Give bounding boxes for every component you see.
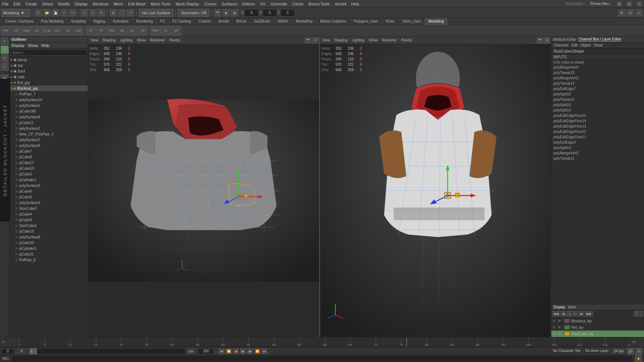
vp-left-show-menu[interactable]: Show: [135, 38, 147, 43]
vp-right-panels-menu[interactable]: Panels: [399, 38, 414, 43]
tree-item[interactable]: ▷ pCylinder1: [9, 177, 88, 183]
tree-item[interactable]: ▷ pCube5: [9, 194, 88, 200]
tree-item[interactable]: ▷ polySurface8: [9, 234, 88, 240]
channel-item[interactable]: polySplit16: [551, 91, 644, 97]
menu-arnold[interactable]: Arnold: [335, 2, 346, 6]
menu-display[interactable]: Display: [75, 2, 88, 6]
menu-modify[interactable]: Modify: [58, 2, 69, 6]
workspace-selector[interactable]: Modeling ▼: [1, 9, 30, 17]
menu-mesh-tools[interactable]: Mesh Tools: [151, 2, 170, 6]
shelf-icon-he[interactable]: HE: [138, 26, 148, 36]
vp-left-settings-icon[interactable]: ⚙: [312, 37, 318, 44]
timeline-area[interactable]: 76 0510152025303540455055606570758085909…: [0, 337, 644, 347]
channel-item[interactable]: polyEditEdgeFlow13: [551, 124, 644, 129]
symmetry-btn[interactable]: Symmetry: Off: [178, 9, 209, 17]
channel-item[interactable]: polyMergeVert2: [551, 150, 644, 156]
menu-mesh[interactable]: Mesh: [113, 2, 123, 6]
tree-item[interactable]: ▷ pCube17: [9, 160, 88, 165]
shelf-tab-mash[interactable]: MASH: [274, 18, 292, 25]
close-icon[interactable]: ✕: [637, 1, 642, 6]
shelf-icon-es[interactable]: ES: [32, 26, 42, 36]
end-time-field[interactable]: [198, 348, 214, 354]
shelf-tab-modelling[interactable]: Modelling: [425, 18, 448, 25]
shelf-tab-gozbrush[interactable]: GoZBrush: [250, 18, 274, 25]
tree-item[interactable]: ▷ PolPipe_7: [9, 91, 88, 97]
attrib-editor-tab[interactable]: Attribute Editor: [553, 38, 576, 41]
menu-cache[interactable]: Cache: [292, 2, 303, 6]
vp-left-camera-icon[interactable]: 📷: [305, 37, 311, 44]
redo-icon[interactable]: ↪: [69, 9, 76, 16]
play-skip-start-btn[interactable]: ⏮: [219, 348, 224, 354]
tree-item[interactable]: ▷ pCube3: [9, 217, 88, 223]
tree-item[interactable]: ▷ pCube3: [9, 171, 88, 177]
menu-mesh-display[interactable]: Mesh Display: [176, 2, 199, 6]
channel-item[interactable]: polyMergeVert4: [551, 65, 644, 70]
layer-color-swatch[interactable]: [564, 319, 570, 323]
menu-file[interactable]: File: [2, 2, 9, 6]
tree-item[interactable]: ▷ New_CP_PolyPipe_1: [9, 131, 88, 137]
shelf-tab-rendering[interactable]: Rendering: [133, 18, 157, 25]
menu-bonus-tools[interactable]: Bonus Tools: [308, 2, 330, 6]
vp-right-shading-menu[interactable]: Shading: [333, 38, 350, 43]
play-back-btn[interactable]: ⏪: [226, 348, 231, 354]
channel-item[interactable]: polyEditEdgeFlow12: [551, 129, 644, 134]
workspace-dropdown[interactable]: Florian Neu...: [590, 2, 612, 6]
undo-icon[interactable]: ↩: [60, 9, 68, 16]
vp-left-lighting-menu[interactable]: Lighting: [118, 38, 134, 43]
shelf-icon-rt[interactable]: RT: [96, 26, 106, 36]
tree-item[interactable]: ▷ PolPipe_6: [9, 257, 88, 263]
edit-menu[interactable]: Edit: [571, 43, 577, 47]
shelf-tab-bifrost[interactable]: Bifrost: [233, 18, 250, 25]
tree-item[interactable]: ▶ ▣ front: [9, 68, 88, 74]
tree-item[interactable]: ▷ pCube10: [9, 165, 88, 171]
shelf-icon-sp[interactable]: SP: [11, 26, 21, 36]
save-scene-icon[interactable]: 💾: [52, 9, 59, 16]
tree-item[interactable]: ▷ pCube4: [9, 211, 88, 217]
vp-right-settings-icon[interactable]: ⚙: [544, 37, 550, 44]
restore-icon[interactable]: ⊟: [627, 1, 632, 6]
channel-box-tab[interactable]: Channel Box / Layer Editor: [579, 37, 621, 41]
tree-item[interactable]: ▷ polySurface3: [9, 200, 88, 205]
channel-item[interactable]: polyEditEdgeFlow14: [551, 118, 644, 124]
no-live-surface-btn[interactable]: No Live Surface: [139, 9, 173, 17]
anim-start-indicator[interactable]: 0: [30, 348, 37, 354]
shelf-tab-animation[interactable]: Animation: [109, 18, 132, 25]
viewport-right[interactable]: View Shading Lighting Show Renderer Pane…: [320, 36, 551, 337]
outliner-tree[interactable]: ▶ ▣ persp ▶ ▣ top ▶ ▣ front ▶ ▣ side ▶ ◈…: [9, 57, 88, 337]
menu-help[interactable]: Help: [351, 2, 360, 6]
channel-item[interactable]: polyMergeVert3: [551, 75, 644, 81]
shelf-icon-nh[interactable]: N.H: [53, 26, 63, 36]
new-scene-icon[interactable]: 🗋: [35, 9, 42, 16]
object-menu[interactable]: Object: [581, 43, 591, 47]
rotate-tool-btn[interactable]: ↻: [1, 54, 9, 62]
vp-right-show-menu[interactable]: Show: [367, 38, 379, 43]
play-fwd-btn[interactable]: ⏩: [254, 348, 260, 354]
channel-item[interactable]: polySplit14: [551, 108, 644, 113]
x-axis-field[interactable]: 0: [244, 9, 259, 16]
shelf-tab-fx-caching[interactable]: FX Caching: [169, 18, 195, 25]
shelf-tab-xgen-user[interactable]: XGen_User: [399, 18, 425, 25]
z-axis-field[interactable]: 0: [280, 9, 295, 16]
layer-skip-end-btn[interactable]: ▶▶: [585, 311, 593, 317]
shelf-icon-cfd[interactable]: CFD: [107, 26, 117, 36]
menu-generate[interactable]: Generate: [270, 2, 287, 6]
channel-item[interactable]: polyTweak13: [551, 97, 644, 102]
layer-p[interactable]: P: [558, 332, 563, 336]
shelf-icon-se1[interactable]: SE: [117, 26, 127, 36]
shelf-tab-mentalray[interactable]: MentalRay: [292, 18, 317, 25]
tree-item[interactable]: ▶ ▣ persp: [9, 57, 88, 63]
channels-menu[interactable]: Channels: [553, 43, 569, 47]
snap-point-icon[interactable]: •: [127, 9, 134, 16]
no-char-set-field[interactable]: No Character Set: [551, 348, 582, 354]
vp-left-canvas[interactable]: [88, 44, 319, 337]
channel-item[interactable]: polySplit13: [551, 145, 644, 150]
tree-item[interactable]: ▷ polySurface2: [9, 125, 88, 131]
shelf-icon-pw[interactable]: PW: [1, 26, 11, 36]
shelf-icon-se2[interactable]: SE: [127, 26, 137, 36]
tree-item[interactable]: ▷ pCube6: [9, 188, 88, 194]
step-back-btn[interactable]: ◀: [233, 348, 239, 354]
shelf-icon-zen[interactable]: ZEN: [150, 26, 160, 36]
layer-anim-tab[interactable]: Anim: [568, 305, 576, 309]
layer-next-btn[interactable]: ▶: [579, 311, 584, 317]
command-line-input[interactable]: [13, 356, 632, 362]
